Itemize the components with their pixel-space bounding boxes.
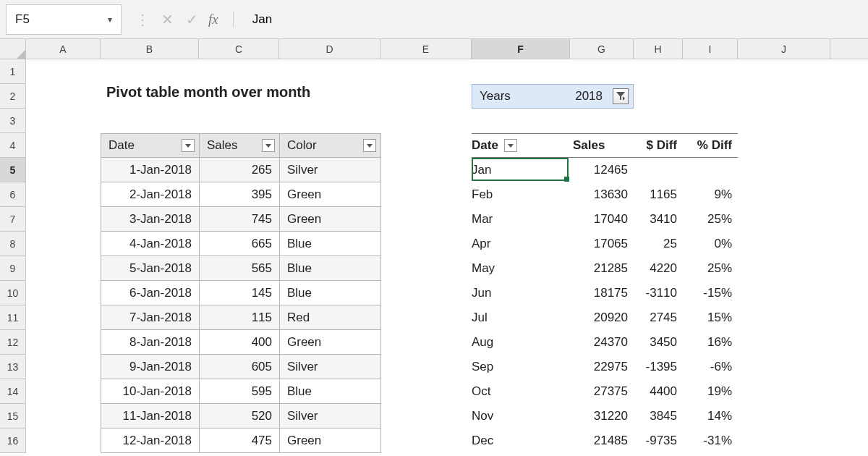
pivot-cell-date[interactable]: Feb — [472, 187, 570, 202]
years-filter[interactable]: Years 2018 — [472, 84, 634, 109]
pivot-cell-pdiff[interactable]: 19% — [683, 384, 738, 399]
pivot-cell-ddiff[interactable]: 25 — [634, 237, 683, 251]
row-header-6[interactable]: 6 — [0, 182, 25, 207]
col-sales[interactable]: Sales — [200, 134, 280, 157]
pivot-row[interactable]: Sep22975-1395-6% — [472, 355, 738, 379]
pivot-cell-pdiff[interactable]: 15% — [683, 311, 738, 325]
pivot-cell-sales[interactable]: 27375 — [570, 384, 634, 399]
row-header-11[interactable]: 11 — [0, 305, 25, 330]
accept-icon[interactable]: ✓ — [179, 5, 204, 34]
pivot-cell-sales[interactable]: 22975 — [570, 360, 634, 374]
cell-date[interactable]: 8-Jan-2018 — [101, 330, 200, 354]
cell-color[interactable]: Green — [280, 182, 381, 206]
cell-sales[interactable]: 665 — [200, 232, 280, 256]
pivot-cell-pdiff[interactable]: 0% — [683, 237, 738, 251]
cell-sales[interactable]: 400 — [200, 330, 280, 354]
cell-sales[interactable]: 565 — [200, 256, 280, 280]
cell-sales[interactable]: 115 — [200, 305, 280, 329]
cell-date[interactable]: 2-Jan-2018 — [101, 182, 200, 206]
cell-date[interactable]: 1-Jan-2018 — [101, 158, 200, 182]
cell-color[interactable]: Green — [280, 428, 381, 452]
dropdown-icon[interactable] — [363, 139, 376, 152]
pivot-cell-sales[interactable]: 18175 — [570, 286, 634, 300]
col-header-J[interactable]: J — [738, 39, 830, 59]
dropdown-icon[interactable] — [262, 139, 275, 152]
pivot-cell-date[interactable]: Nov — [472, 409, 570, 423]
cell-color[interactable]: Green — [280, 207, 381, 231]
pivot-cell-date[interactable]: Dec — [472, 434, 570, 448]
cell-date[interactable]: 3-Jan-2018 — [101, 207, 200, 231]
col-header-G[interactable]: G — [570, 39, 634, 59]
pivot-cell-ddiff[interactable]: 3410 — [634, 212, 683, 227]
dropdown-icon[interactable] — [182, 139, 195, 152]
pivot-cell-ddiff[interactable]: 1165 — [634, 187, 683, 202]
pivot-cell-ddiff[interactable]: 3845 — [634, 409, 683, 423]
cell-sales[interactable]: 595 — [200, 379, 280, 403]
pivot-cell-pdiff[interactable]: 9% — [683, 187, 738, 202]
pivot-cell-date[interactable]: May — [472, 261, 570, 276]
pivot-cell-ddiff[interactable]: 4400 — [634, 384, 683, 399]
pivot-col-date[interactable]: Date — [472, 134, 570, 157]
row-header-4[interactable]: 4 — [0, 133, 25, 158]
col-header-F[interactable]: F — [472, 39, 570, 59]
table-row[interactable]: 7-Jan-2018115Red — [101, 305, 381, 330]
chevron-down-icon[interactable]: ▾ — [108, 14, 112, 25]
pivot-cell-date[interactable]: Jul — [472, 311, 570, 325]
pivot-cell-date[interactable]: Mar — [472, 212, 570, 227]
cell-sales[interactable]: 145 — [200, 281, 280, 305]
cell-color[interactable]: Blue — [280, 256, 381, 280]
row-header-15[interactable]: 15 — [0, 404, 25, 428]
pivot-row[interactable]: Oct27375440019% — [472, 379, 738, 404]
column-headers[interactable]: ABCDEFGHIJK — [26, 39, 868, 59]
pivot-row[interactable]: Jun18175-3110-15% — [472, 281, 738, 305]
name-box[interactable]: F5 ▾ — [6, 4, 122, 35]
table-row[interactable]: 6-Jan-2018145Blue — [101, 281, 381, 305]
pivot-cell-date[interactable]: Sep — [472, 360, 570, 374]
row-header-13[interactable]: 13 — [0, 355, 25, 379]
row-header-16[interactable]: 16 — [0, 428, 25, 453]
pivot-cell-ddiff[interactable]: -3110 — [634, 286, 683, 300]
pivot-cell-pdiff[interactable]: -6% — [683, 360, 738, 374]
col-header-I[interactable]: I — [683, 39, 738, 59]
pivot-row[interactable]: Jul20920274515% — [472, 305, 738, 330]
cell-sales[interactable]: 745 — [200, 207, 280, 231]
cell-sales[interactable]: 605 — [200, 355, 280, 379]
pivot-cell-pdiff[interactable]: -15% — [683, 286, 738, 300]
pivot-cell-ddiff[interactable]: -9735 — [634, 434, 683, 448]
col-header-C[interactable]: C — [199, 39, 279, 59]
cell-color[interactable]: Silver — [280, 355, 381, 379]
pivot-row[interactable]: Nov31220384514% — [472, 404, 738, 428]
pivot-cell-pdiff[interactable]: 14% — [683, 409, 738, 423]
pivot-cell-sales[interactable]: 17065 — [570, 237, 634, 251]
cancel-icon[interactable]: ✕ — [155, 5, 179, 34]
table-row[interactable]: 4-Jan-2018665Blue — [101, 232, 381, 256]
cell-color[interactable]: Blue — [280, 379, 381, 403]
pivot-cell-ddiff[interactable]: -1395 — [634, 360, 683, 374]
pivot-cell-pdiff[interactable]: 16% — [683, 335, 738, 350]
table-row[interactable]: 1-Jan-2018265Silver — [101, 158, 381, 182]
pivot-cell-sales[interactable]: 31220 — [570, 409, 634, 423]
pivot-cell-sales[interactable]: 21485 — [570, 434, 634, 448]
row-header-8[interactable]: 8 — [0, 232, 25, 256]
table-row[interactable]: 9-Jan-2018605Silver — [101, 355, 381, 379]
cell-color[interactable]: Silver — [280, 158, 381, 182]
pivot-row[interactable]: May21285422025% — [472, 256, 738, 281]
cell-sales[interactable]: 265 — [200, 158, 280, 182]
row-header-14[interactable]: 14 — [0, 379, 25, 404]
row-header-7[interactable]: 7 — [0, 207, 25, 232]
pivot-row[interactable]: Feb1363011659% — [472, 182, 738, 207]
col-header-K[interactable]: K — [830, 39, 868, 59]
dropdown-icon[interactable] — [504, 139, 517, 152]
pivot-row[interactable]: Mar17040341025% — [472, 207, 738, 232]
fx-label[interactable]: fx — [208, 12, 234, 28]
table-row[interactable]: 3-Jan-2018745Green — [101, 207, 381, 232]
pivot-cell-date[interactable]: Jun — [472, 286, 570, 300]
cell-sales[interactable]: 395 — [200, 182, 280, 206]
col-header-B[interactable]: B — [101, 39, 199, 59]
pivot-cell-date[interactable]: Oct — [472, 384, 570, 399]
row-header-1[interactable]: 1 — [0, 59, 25, 84]
cell-date[interactable]: 11-Jan-2018 — [101, 404, 200, 428]
col-header-H[interactable]: H — [634, 39, 683, 59]
pivot-cell-sales[interactable]: 20920 — [570, 311, 634, 325]
filter-icon[interactable] — [613, 88, 629, 104]
